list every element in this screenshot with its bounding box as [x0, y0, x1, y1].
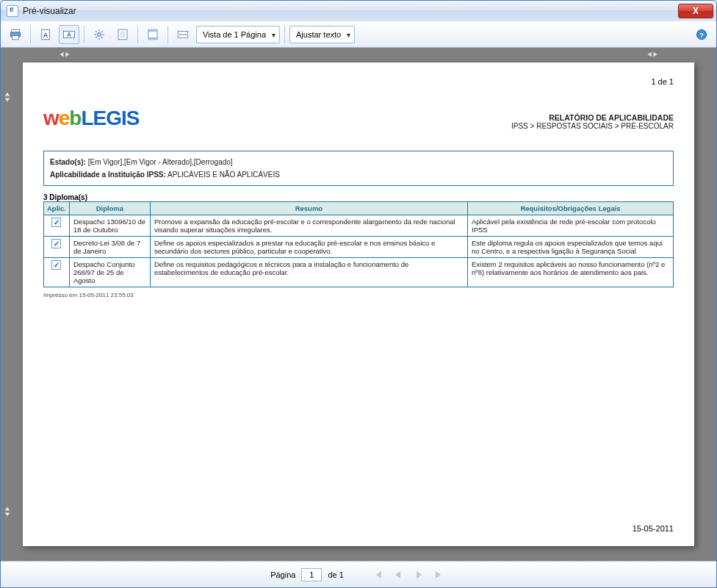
svg-rect-0 [12, 29, 20, 32]
svg-text:A: A [67, 32, 71, 38]
svg-rect-20 [148, 37, 157, 40]
svg-rect-17 [120, 32, 126, 38]
close-button[interactable]: X [678, 4, 713, 18]
settings-button[interactable] [89, 25, 109, 44]
separator [167, 26, 168, 43]
svg-line-12 [96, 31, 97, 32]
toolbar: A A Vista de 1 Página Ajustar texto ? [1, 21, 716, 48]
col-diploma: Diploma [69, 202, 150, 215]
col-requisitos: Requisitos/Obrigações Legais [468, 202, 674, 215]
print-timestamp: Impresso em 15-05-2011 23:55:03 [43, 292, 674, 298]
cell-diploma: Despacho Conjunto 268/97 de 25 de Agosto [69, 258, 150, 287]
preview-viewport: 1 de 1 webLEGIS RELATÓRIO DE APLICABILID… [1, 48, 716, 561]
svg-line-15 [101, 31, 103, 32]
titlebar: Pré-visualizar X [1, 1, 716, 21]
svg-text:A: A [43, 32, 48, 39]
svg-text:?: ? [699, 31, 704, 39]
checkmark-icon: ✓ [51, 218, 61, 227]
last-page-button[interactable] [432, 567, 447, 582]
prev-page-button[interactable] [391, 567, 406, 582]
svg-rect-2 [12, 36, 19, 40]
view-mode-label: Vista de 1 Página [203, 30, 266, 39]
checkmark-icon: ✓ [51, 239, 61, 248]
table-row: ✓Despacho 13096/10 de 18 de OutubroPromo… [44, 215, 674, 237]
help-icon: ? [695, 28, 708, 41]
report-title: RELATÓRIO DE APLICABILIDADE [511, 113, 674, 122]
cell-resumo: Define os apoios especializados a presta… [150, 237, 467, 258]
weblegis-logo: webLEGIS [43, 107, 139, 130]
cell-requisitos: Este diploma regula os apoios especializ… [468, 237, 674, 258]
estado-label: Estado(s): [50, 158, 86, 166]
first-page-button[interactable] [370, 567, 385, 582]
filter-box: Estado(s): [Em Vigor],[Em Vigor - Altera… [43, 151, 674, 186]
bottom-margin-handle[interactable] [2, 505, 12, 518]
separator [284, 26, 285, 43]
col-aplic: Aplic. [44, 202, 70, 215]
print-icon [9, 28, 22, 41]
next-page-button[interactable] [411, 567, 426, 582]
font-landscape-icon: A [62, 28, 76, 41]
report-breadcrumb: IPSS > RESPOSTAS SOCIAIS > PRÉ-ESCOLAR [511, 122, 674, 130]
report-header: webLEGIS RELATÓRIO DE APLICABILIDADE IPS… [43, 107, 674, 130]
pager-label-post: de 1 [328, 570, 343, 579]
view-mode-dropdown[interactable]: Vista de 1 Página [196, 26, 280, 43]
separator [137, 26, 138, 43]
cell-diploma: Despacho 13096/10 de 18 de Outubro [69, 215, 150, 237]
fit-mode-label: Ajustar texto [296, 30, 341, 39]
svg-line-14 [96, 37, 97, 38]
pager: Página de 1 [1, 561, 716, 587]
window-title: Pré-visualizar [23, 6, 678, 16]
header-footer-icon [146, 28, 159, 41]
app-icon [7, 5, 18, 17]
help-button[interactable]: ? [691, 25, 712, 44]
cell-diploma: Decreto-Lei 3/08 de 7 de Janeiro [69, 237, 150, 258]
svg-point-7 [98, 33, 101, 37]
pager-label-pre: Página [270, 570, 295, 579]
page: 1 de 1 webLEGIS RELATÓRIO DE APLICABILID… [23, 62, 694, 546]
font-portrait-icon: A [39, 28, 52, 41]
cell-requisitos: Aplicável pela existência de rede pré-es… [468, 215, 674, 237]
cell-aplic: ✓ [44, 237, 70, 258]
fit-width-icon [176, 28, 190, 41]
diplomas-count: 3 Diploma(s) [43, 193, 674, 201]
top-margin-handle[interactable] [2, 90, 12, 104]
aplic-label: Aplicabilidade a Instituição IPSS: [50, 171, 166, 179]
table-row: ✓Decreto-Lei 3/08 de 7 de JaneiroDefine … [44, 237, 674, 258]
font-a-portrait-button[interactable]: A [35, 25, 56, 44]
fit-mode-dropdown[interactable]: Ajustar texto [289, 26, 355, 43]
right-margin-handle[interactable] [646, 49, 659, 60]
cell-requisitos: Existem 2 requisitos aplicáveis ao nosso… [468, 258, 674, 287]
print-button[interactable] [5, 25, 26, 44]
estado-value: [Em Vigor],[Em Vigor - Alterado],[Derrog… [88, 158, 233, 166]
font-a-landscape-button[interactable]: A [59, 25, 79, 44]
aplic-value: APLICÁVEIS E NÃO APLICÁVEIS [167, 171, 280, 179]
cell-resumo: Promove a expansão da educação pré-escol… [150, 215, 467, 237]
page-icon [116, 28, 129, 41]
footer-date: 15-05-2011 [43, 524, 674, 533]
diploma-table: Aplic. Diploma Resumo Requisitos/Obrigaç… [43, 201, 674, 287]
left-margin-handle[interactable] [58, 49, 71, 60]
fit-width-button[interactable] [173, 25, 193, 44]
separator [84, 26, 84, 43]
header-footer-button[interactable] [143, 25, 163, 44]
report-header-text: RELATÓRIO DE APLICABILIDADE IPSS > RESPO… [511, 113, 674, 130]
checkmark-icon: ✓ [51, 260, 61, 270]
cell-aplic: ✓ [44, 258, 70, 287]
gear-icon [93, 28, 106, 41]
svg-line-13 [101, 37, 103, 38]
cell-aplic: ✓ [44, 215, 70, 237]
page-view-button[interactable] [112, 25, 133, 44]
separator [30, 26, 31, 43]
cell-resumo: Define os requisitos pedagógicos e técni… [150, 258, 467, 287]
preview-window: Pré-visualizar X A A Vista de 1 Página [0, 0, 717, 588]
svg-rect-19 [148, 29, 157, 32]
table-row: ✓Despacho Conjunto 268/97 de 25 de Agost… [44, 258, 674, 287]
page-input[interactable] [301, 568, 322, 581]
page-number-top: 1 de 1 [43, 77, 674, 86]
col-resumo: Resumo [150, 202, 467, 215]
